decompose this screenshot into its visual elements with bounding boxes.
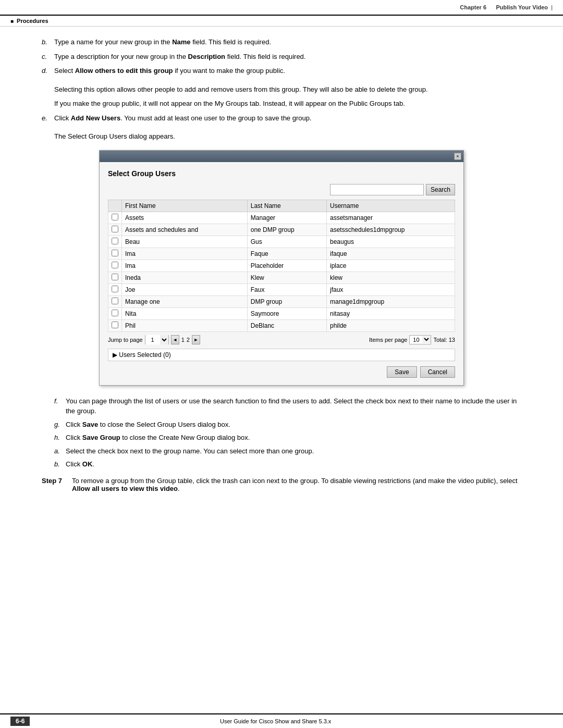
- row-checkbox-cell[interactable]: [108, 236, 122, 248]
- table-row: Assets and schedules and one DMP group a…: [108, 224, 455, 236]
- header-first-name: First Name: [122, 200, 248, 212]
- row-last-name: DMP group: [247, 295, 326, 307]
- row-username: jfaux: [326, 283, 455, 295]
- search-row: Search: [108, 184, 455, 195]
- table-row: Manage one DMP group manage1dmpgroup: [108, 295, 455, 307]
- step-c-content: Type a description for your new group in…: [54, 52, 521, 62]
- step-h-content: Click Save Group to close the Create New…: [66, 433, 250, 443]
- header-last-name: Last Name: [247, 200, 326, 212]
- dialog-save-button[interactable]: Save: [387, 366, 417, 378]
- sub-step-g: g. Click Save to close the Select Group …: [54, 419, 521, 430]
- step-f-label: f.: [54, 396, 62, 416]
- sub-steps-fghab: f. You can page through the list of user…: [54, 396, 521, 470]
- items-per-page-input[interactable]: [410, 337, 422, 343]
- table-header-row: First Name Last Name Username: [108, 200, 455, 212]
- row-first-name: Ima: [122, 248, 248, 260]
- total-count: Total: 13: [433, 337, 455, 343]
- row-username: beaugus: [326, 236, 455, 248]
- step-c: c. Type a description for your new group…: [42, 52, 521, 62]
- row-checkbox[interactable]: [112, 262, 118, 268]
- dialog-cancel-button[interactable]: Cancel: [420, 366, 455, 378]
- table-row: Beau Gus beaugus: [108, 236, 455, 248]
- row-checkbox-cell[interactable]: [108, 248, 122, 260]
- users-table: First Name Last Name Username Assets Man…: [108, 200, 455, 332]
- row-checkbox[interactable]: [112, 250, 118, 256]
- users-tbody: Assets Manager assetsmanager Assets and …: [108, 212, 455, 331]
- page-input[interactable]: [145, 335, 160, 344]
- items-per-page-label: Items per page: [369, 337, 407, 343]
- dialog-button-row: Save Cancel: [108, 366, 455, 378]
- page-select[interactable]: 12: [160, 335, 168, 344]
- step-b-content: Type a name for your new group in the Na…: [54, 37, 521, 47]
- row-checkbox-cell[interactable]: [108, 224, 122, 236]
- row-username: nitasay: [326, 307, 455, 319]
- step-a-label: a.: [54, 446, 62, 456]
- main-content: b. Type a name for your new group in the…: [0, 27, 563, 509]
- row-checkbox-cell[interactable]: [108, 272, 122, 283]
- row-last-name: Klew: [247, 272, 326, 283]
- header-bar: Chapter 6 Publish Your Video |: [0, 0, 563, 16]
- row-last-name: Faux: [247, 283, 326, 295]
- step-h-label: h.: [54, 433, 62, 443]
- row-checkbox[interactable]: [112, 322, 118, 328]
- users-selected-bar[interactable]: ▶ Users Selected (0): [108, 349, 455, 361]
- header-username: Username: [326, 200, 455, 212]
- row-username: iplace: [326, 260, 455, 272]
- pagination-left: Jump to page 12 ◄ 1 2 ►: [108, 335, 200, 344]
- row-username: assetsmanager: [326, 212, 455, 224]
- page-numbers: 1 2: [181, 337, 190, 343]
- row-checkbox[interactable]: [112, 214, 118, 220]
- step-d-content: Select Allow others to edit this group i…: [54, 66, 521, 76]
- step-b-label: b.: [42, 37, 50, 47]
- row-last-name: DeBlanc: [247, 319, 326, 331]
- row-username: asetsschedules1dmpgroup: [326, 224, 455, 236]
- row-first-name: Ineda: [122, 272, 248, 283]
- row-last-name: Manager: [247, 212, 326, 224]
- row-checkbox-cell[interactable]: [108, 307, 122, 319]
- next-page-button[interactable]: ►: [192, 335, 200, 344]
- step-e-label: e.: [42, 113, 50, 124]
- close-icon: ×: [456, 154, 459, 159]
- step-e-content: Click Add New Users. You must add at lea…: [54, 113, 521, 124]
- pagination-row: Jump to page 12 ◄ 1 2 ► Items p: [108, 335, 455, 344]
- prev-page-button[interactable]: ◄: [171, 335, 179, 344]
- page-1[interactable]: 1: [181, 337, 185, 343]
- search-input[interactable]: [330, 184, 424, 195]
- footer-text: User Guide for Cisco Show and Share 5.3.…: [220, 718, 331, 724]
- row-checkbox[interactable]: [112, 274, 118, 280]
- table-row: Ineda Klew klew: [108, 272, 455, 283]
- table-row: Nita Saymoore nitasay: [108, 307, 455, 319]
- row-username: philde: [326, 319, 455, 331]
- table-row: Assets Manager assetsmanager: [108, 212, 455, 224]
- row-checkbox-cell[interactable]: [108, 283, 122, 295]
- table-row: Phil DeBlanc philde: [108, 319, 455, 331]
- row-checkbox[interactable]: [112, 226, 118, 232]
- table-row: Ima Faque ifaque: [108, 248, 455, 260]
- row-first-name: Nita: [122, 307, 248, 319]
- row-checkbox-cell[interactable]: [108, 212, 122, 224]
- row-first-name: Joe: [122, 283, 248, 295]
- row-checkbox-cell[interactable]: [108, 295, 122, 307]
- row-last-name: Faque: [247, 248, 326, 260]
- dialog-close-button[interactable]: ×: [454, 153, 461, 160]
- jump-to-page-label: Jump to page: [108, 337, 143, 343]
- row-first-name: Manage one: [122, 295, 248, 307]
- page-2[interactable]: 2: [187, 337, 190, 343]
- row-checkbox[interactable]: [112, 238, 118, 244]
- header-checkbox-cell: [108, 200, 122, 212]
- row-checkbox[interactable]: [112, 298, 118, 304]
- step-f-content: You can page through the list of users o…: [66, 396, 521, 416]
- row-checkbox-cell[interactable]: [108, 260, 122, 272]
- step-g-content: Click Save to close the Select Group Use…: [66, 419, 230, 430]
- row-checkbox[interactable]: [112, 286, 118, 292]
- dialog-body: Select Group Users Search First Name Las…: [100, 162, 463, 385]
- step-d: d. Select Allow others to edit this grou…: [42, 66, 521, 76]
- items-per-page-select[interactable]: 102550: [422, 336, 431, 343]
- search-button[interactable]: Search: [426, 184, 455, 195]
- row-checkbox[interactable]: [112, 310, 118, 316]
- step-b: b. Type a name for your new group in the…: [42, 37, 521, 47]
- dialog-titlebar: ×: [100, 151, 463, 162]
- row-checkbox-cell[interactable]: [108, 319, 122, 331]
- sub-step-f: f. You can page through the list of user…: [54, 396, 521, 416]
- para2: If you make the group public, it will no…: [54, 98, 521, 109]
